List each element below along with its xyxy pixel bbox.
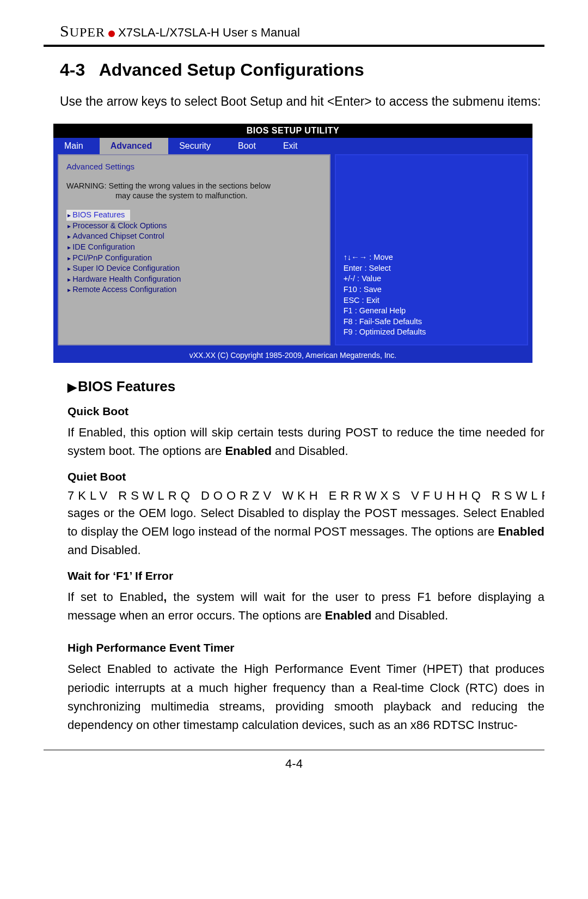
- bios-help-line: Enter : Select: [344, 263, 519, 274]
- feature-text: If Enabled, this option will skip certai…: [68, 423, 544, 460]
- subsection-heading: ▶BIOS Features: [68, 378, 544, 395]
- feature-text: If set to Enabled, the system will wait …: [68, 588, 544, 625]
- bios-tab-exit[interactable]: Exit: [272, 138, 314, 154]
- feature-text: Select Enabled to activate the High Perf…: [68, 660, 544, 734]
- feature-heading: High Performance Event Timer: [68, 641, 544, 654]
- bios-help-panel: ↑↓←→ : Move Enter : Select +/-/ : Value …: [335, 154, 528, 345]
- header-rule: [44, 45, 544, 47]
- bios-screenshot: BIOS SETUP UTILITY Main Advanced Securit…: [53, 124, 532, 363]
- bios-help-line: F9 : Optimized Defaults: [344, 327, 519, 338]
- brand-logo: SUPER: [60, 22, 105, 40]
- bios-tab-security[interactable]: Security: [168, 138, 227, 154]
- bios-title: BIOS SETUP UTILITY: [53, 124, 532, 138]
- section-intro: Use the arrow keys to select Boot Setup …: [60, 92, 544, 112]
- bios-help-line: F8 : Fail-Safe Defaults: [344, 317, 519, 327]
- running-header: SUPER X7SLA-L/X7SLA-H User s Manual: [60, 22, 544, 40]
- feature-heading: Wait for ‘F1’ If Error: [68, 569, 544, 582]
- bios-menu-item[interactable]: Processor & Clock Options: [66, 221, 322, 232]
- feature-heading: Quiet Boot: [68, 470, 544, 483]
- bios-tab-boot[interactable]: Boot: [227, 138, 272, 154]
- bios-help-line: ESC : Exit: [344, 295, 519, 306]
- bios-menu-item[interactable]: Hardware Health Configuration: [66, 274, 322, 285]
- footer-rule: [44, 750, 544, 750]
- bios-help-line: F10 : Save: [344, 284, 519, 295]
- triangle-icon: ▶: [68, 380, 77, 394]
- bios-left-panel: Advanced Settings WARNING: Setting the w…: [58, 154, 330, 345]
- bios-tabbar: Main Advanced Security Boot Exit: [53, 138, 532, 154]
- bios-menu-item[interactable]: Advanced Chipset Control: [66, 231, 322, 242]
- bios-footer: vXX.XX (C) Copyright 1985-2009, American…: [53, 349, 532, 363]
- feature-heading: Quick Boot: [68, 405, 544, 418]
- bios-tab-advanced[interactable]: Advanced: [100, 138, 168, 154]
- brand-dot-icon: [108, 31, 115, 37]
- bios-warning: WARNING: Setting the wrong values in the…: [66, 181, 322, 202]
- feature-garbled-line: 7KLV RSWLRQ DOORZV WKH ERRWXS VFUHHQ RSW…: [68, 489, 544, 503]
- bios-menu: BIOS Features Processor & Clock Options …: [66, 210, 322, 295]
- bios-help-line: +/-/ : Value: [344, 274, 519, 284]
- bios-help-line: F1 : General Help: [344, 306, 519, 317]
- feature-text: sages or the OEM logo. Select Disabled t…: [68, 504, 544, 560]
- bios-help-line: ↑↓←→ : Move: [344, 252, 519, 263]
- bios-menu-item[interactable]: PCI/PnP Configuration: [66, 253, 322, 264]
- bios-menu-item[interactable]: IDE Configuration: [66, 242, 322, 253]
- section-heading: 4-3 Advanced Setup Configurations: [60, 60, 544, 80]
- manual-title: X7SLA-L/X7SLA-H User s Manual: [118, 26, 300, 40]
- bios-menu-item[interactable]: BIOS Features: [66, 210, 130, 221]
- bios-tab-main[interactable]: Main: [53, 138, 100, 154]
- bios-panel-title: Advanced Settings: [66, 162, 322, 171]
- page-number: 4-4: [44, 757, 544, 771]
- bios-menu-item[interactable]: Super IO Device Configuration: [66, 263, 322, 274]
- bios-menu-item[interactable]: Remote Access Configuration: [66, 284, 322, 295]
